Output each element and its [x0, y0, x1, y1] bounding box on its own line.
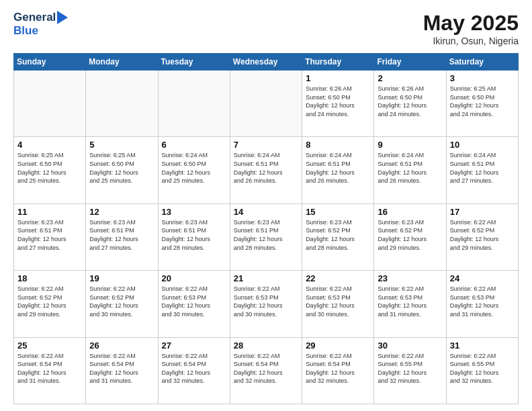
page: General Blue May 2025 Ikirun, Osun, Nige… [0, 0, 532, 411]
table-row: 28Sunrise: 6:22 AM Sunset: 6:54 PM Dayli… [230, 337, 302, 404]
table-row: 12Sunrise: 6:23 AM Sunset: 6:51 PM Dayli… [86, 203, 158, 270]
cell-date: 31 [450, 340, 515, 351]
table-row: 23Sunrise: 6:22 AM Sunset: 6:53 PM Dayli… [374, 271, 446, 337]
table-row: 19Sunrise: 6:22 AM Sunset: 6:52 PM Dayli… [86, 271, 158, 337]
svg-marker-0 [57, 11, 68, 24]
calendar-week-row: 25Sunrise: 6:22 AM Sunset: 6:54 PM Dayli… [14, 337, 519, 404]
col-friday: Friday [374, 54, 446, 71]
table-row: 31Sunrise: 6:22 AM Sunset: 6:55 PM Dayli… [446, 337, 518, 404]
table-row: 1Sunrise: 6:26 AM Sunset: 6:50 PM Daylig… [302, 71, 374, 137]
table-row: 18Sunrise: 6:22 AM Sunset: 6:52 PM Dayli… [14, 271, 86, 337]
cell-date: 5 [89, 140, 154, 150]
logo: General Blue [13, 11, 68, 38]
calendar-week-row: 4Sunrise: 6:25 AM Sunset: 6:50 PM Daylig… [14, 137, 519, 203]
cell-date: 19 [89, 273, 154, 283]
table-row [14, 71, 86, 137]
cell-info: Sunrise: 6:22 AM Sunset: 6:53 PM Dayligh… [234, 285, 298, 318]
cell-date: 26 [89, 340, 154, 351]
cell-date: 27 [162, 340, 226, 351]
cell-date: 16 [378, 207, 442, 217]
cell-info: Sunrise: 6:22 AM Sunset: 6:52 PM Dayligh… [450, 218, 515, 252]
col-saturday: Saturday [446, 54, 518, 71]
cell-info: Sunrise: 6:22 AM Sunset: 6:53 PM Dayligh… [162, 285, 226, 318]
table-row: 5Sunrise: 6:25 AM Sunset: 6:50 PM Daylig… [86, 137, 158, 203]
cell-info: Sunrise: 6:22 AM Sunset: 6:52 PM Dayligh… [89, 285, 154, 318]
cell-date: 24 [450, 273, 515, 283]
cell-info: Sunrise: 6:22 AM Sunset: 6:53 PM Dayligh… [306, 285, 370, 318]
cell-date: 22 [306, 273, 370, 283]
table-row [230, 71, 302, 137]
table-row: 9Sunrise: 6:24 AM Sunset: 6:51 PM Daylig… [374, 137, 446, 203]
table-row: 2Sunrise: 6:26 AM Sunset: 6:50 PM Daylig… [374, 71, 446, 137]
col-thursday: Thursday [302, 54, 374, 71]
cell-info: Sunrise: 6:23 AM Sunset: 6:51 PM Dayligh… [162, 218, 226, 252]
table-row: 13Sunrise: 6:23 AM Sunset: 6:51 PM Dayli… [158, 203, 230, 270]
cell-info: Sunrise: 6:22 AM Sunset: 6:54 PM Dayligh… [162, 352, 226, 385]
table-row: 20Sunrise: 6:22 AM Sunset: 6:53 PM Dayli… [158, 271, 230, 337]
cell-info: Sunrise: 6:23 AM Sunset: 6:51 PM Dayligh… [17, 218, 82, 252]
cell-info: Sunrise: 6:22 AM Sunset: 6:53 PM Dayligh… [450, 285, 515, 318]
cell-date: 23 [378, 273, 442, 283]
cell-info: Sunrise: 6:24 AM Sunset: 6:50 PM Dayligh… [162, 151, 226, 185]
cell-info: Sunrise: 6:25 AM Sunset: 6:50 PM Dayligh… [89, 151, 154, 185]
logo-general-text: General [13, 11, 56, 24]
cell-date: 25 [17, 340, 82, 351]
calendar-header-row: Sunday Monday Tuesday Wednesday Thursday… [14, 54, 519, 71]
col-wednesday: Wednesday [230, 54, 302, 71]
cell-date: 6 [162, 140, 226, 150]
cell-date: 9 [378, 140, 442, 150]
cell-info: Sunrise: 6:23 AM Sunset: 6:51 PM Dayligh… [89, 218, 154, 252]
table-row: 16Sunrise: 6:23 AM Sunset: 6:52 PM Dayli… [374, 203, 446, 270]
cell-date: 7 [234, 140, 298, 150]
logo-arrow-icon [57, 11, 68, 24]
cell-info: Sunrise: 6:24 AM Sunset: 6:51 PM Dayligh… [234, 151, 298, 185]
cell-date: 1 [306, 73, 370, 83]
cell-info: Sunrise: 6:22 AM Sunset: 6:55 PM Dayligh… [450, 352, 515, 385]
table-row: 11Sunrise: 6:23 AM Sunset: 6:51 PM Dayli… [14, 203, 86, 270]
cell-date: 12 [89, 207, 154, 217]
col-monday: Monday [86, 54, 158, 71]
cell-date: 20 [162, 273, 226, 283]
cell-info: Sunrise: 6:22 AM Sunset: 6:53 PM Dayligh… [378, 285, 442, 318]
title-block: May 2025 Ikirun, Osun, Nigeria [423, 11, 519, 46]
table-row: 30Sunrise: 6:22 AM Sunset: 6:55 PM Dayli… [374, 337, 446, 404]
table-row: 4Sunrise: 6:25 AM Sunset: 6:50 PM Daylig… [14, 137, 86, 203]
table-row: 29Sunrise: 6:22 AM Sunset: 6:54 PM Dayli… [302, 337, 374, 404]
calendar-table: Sunday Monday Tuesday Wednesday Thursday… [13, 53, 519, 404]
cell-info: Sunrise: 6:25 AM Sunset: 6:50 PM Dayligh… [450, 85, 515, 118]
table-row: 10Sunrise: 6:24 AM Sunset: 6:51 PM Dayli… [446, 137, 518, 203]
col-tuesday: Tuesday [158, 54, 230, 71]
calendar-week-row: 1Sunrise: 6:26 AM Sunset: 6:50 PM Daylig… [14, 71, 519, 137]
cell-date: 4 [17, 140, 82, 150]
cell-date: 14 [234, 207, 298, 217]
cell-info: Sunrise: 6:25 AM Sunset: 6:50 PM Dayligh… [17, 151, 82, 185]
table-row: 24Sunrise: 6:22 AM Sunset: 6:53 PM Dayli… [446, 271, 518, 337]
table-row: 15Sunrise: 6:23 AM Sunset: 6:52 PM Dayli… [302, 203, 374, 270]
cell-date: 13 [162, 207, 226, 217]
calendar-week-row: 18Sunrise: 6:22 AM Sunset: 6:52 PM Dayli… [14, 271, 519, 337]
table-row: 3Sunrise: 6:25 AM Sunset: 6:50 PM Daylig… [446, 71, 518, 137]
month-title: May 2025 [423, 11, 519, 36]
cell-info: Sunrise: 6:26 AM Sunset: 6:50 PM Dayligh… [306, 85, 370, 118]
table-row: 14Sunrise: 6:23 AM Sunset: 6:51 PM Dayli… [230, 203, 302, 270]
cell-info: Sunrise: 6:22 AM Sunset: 6:54 PM Dayligh… [17, 352, 82, 385]
cell-info: Sunrise: 6:23 AM Sunset: 6:52 PM Dayligh… [306, 218, 370, 252]
cell-info: Sunrise: 6:24 AM Sunset: 6:51 PM Dayligh… [450, 151, 515, 185]
logo-blue-line: Blue [13, 24, 38, 38]
location-subtitle: Ikirun, Osun, Nigeria [423, 36, 519, 46]
table-row: 25Sunrise: 6:22 AM Sunset: 6:54 PM Dayli… [14, 337, 86, 404]
table-row: 8Sunrise: 6:24 AM Sunset: 6:51 PM Daylig… [302, 137, 374, 203]
cell-info: Sunrise: 6:24 AM Sunset: 6:51 PM Dayligh… [378, 151, 442, 185]
cell-date: 10 [450, 140, 515, 150]
table-row: 17Sunrise: 6:22 AM Sunset: 6:52 PM Dayli… [446, 203, 518, 270]
table-row: 27Sunrise: 6:22 AM Sunset: 6:54 PM Dayli… [158, 337, 230, 404]
col-sunday: Sunday [14, 54, 86, 71]
logo-blue-text: Blue [13, 24, 38, 37]
cell-info: Sunrise: 6:22 AM Sunset: 6:54 PM Dayligh… [234, 352, 298, 385]
cell-info: Sunrise: 6:22 AM Sunset: 6:54 PM Dayligh… [306, 352, 370, 385]
header: General Blue May 2025 Ikirun, Osun, Nige… [13, 11, 519, 46]
cell-date: 2 [378, 73, 442, 83]
cell-date: 21 [234, 273, 298, 283]
logo-line: General [13, 11, 68, 24]
table-row [158, 71, 230, 137]
